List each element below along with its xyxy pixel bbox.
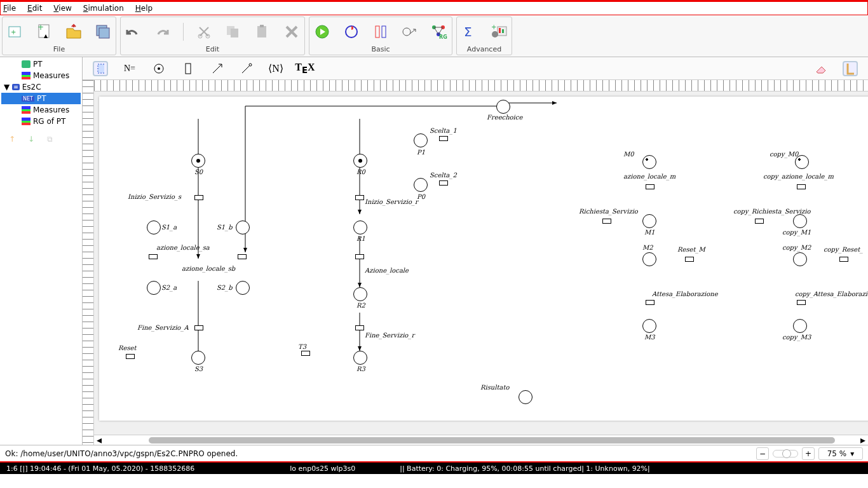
zoom-in-icon[interactable]: + [802, 447, 815, 460]
transition-scelta1[interactable] [439, 136, 448, 141]
arc-tool-icon[interactable] [210, 61, 225, 76]
label-r2: R2 [356, 302, 365, 309]
place-tool-icon[interactable] [151, 61, 166, 76]
place-s1b[interactable] [236, 220, 250, 234]
place-m0[interactable] [642, 155, 656, 169]
transition-rich-serv[interactable] [602, 219, 611, 224]
label-copy-az-m: copy_azione_locale_m [763, 173, 834, 180]
menu-simulation[interactable]: Simulation [83, 4, 124, 13]
zoom-slider[interactable] [773, 450, 798, 458]
transition-az-m[interactable] [646, 184, 654, 189]
transition-inizio-r[interactable] [355, 195, 364, 200]
n-equals-tool[interactable]: N= [122, 61, 137, 76]
menu-file[interactable]: FFileile [3, 4, 16, 13]
place-r2[interactable] [353, 287, 367, 301]
transition-az-locale[interactable] [355, 254, 364, 259]
measure-tool-icon[interactable] [401, 23, 419, 41]
transition-fine-a[interactable] [194, 325, 203, 330]
transition-reset[interactable] [126, 354, 135, 359]
redo-icon[interactable] [154, 23, 172, 41]
move-up-icon[interactable]: ↑ [9, 135, 15, 144]
zoom-out-icon[interactable]: − [756, 447, 769, 460]
save-all-icon[interactable] [94, 23, 112, 41]
place-p0[interactable] [414, 178, 428, 192]
transition-attesa[interactable] [646, 300, 654, 305]
label-s0: S0 [194, 168, 203, 175]
cut-icon[interactable] [195, 23, 213, 41]
new-page-icon[interactable]: + [36, 23, 53, 41]
place-m1[interactable] [642, 214, 656, 228]
svg-rect-30 [186, 64, 191, 74]
place-m2[interactable] [642, 252, 656, 266]
place-s3[interactable] [191, 351, 205, 365]
place-s2a[interactable] [147, 281, 161, 295]
delete-icon[interactable] [283, 23, 301, 41]
play-icon[interactable] [313, 23, 331, 41]
horizontal-scrollbar[interactable]: ◂▸ [94, 435, 868, 445]
place-risultato[interactable] [519, 390, 532, 404]
undo-icon[interactable] [125, 23, 142, 41]
sidebar-item-project[interactable]: ▼≡Es2C [1, 81, 81, 93]
transition-scelta2[interactable] [439, 180, 448, 186]
place-r3[interactable] [353, 351, 367, 365]
advanced-tool-icon[interactable]: + [490, 23, 508, 41]
sidebar-item-pt-1[interactable]: PT [1, 58, 81, 70]
canvas[interactable]: Freechoice Scelta_1 P1 Scelta_2 P0 [94, 92, 868, 435]
transition-az-sb[interactable] [238, 254, 247, 259]
transition-reset-m[interactable] [685, 257, 694, 262]
transition-az-sa[interactable] [149, 254, 158, 259]
place-m3[interactable] [642, 319, 656, 333]
sidebar-item-measures-2[interactable]: Measures [1, 104, 81, 116]
eraser-icon[interactable] [813, 61, 829, 76]
place-r0[interactable] [353, 154, 367, 168]
place-p1[interactable] [414, 133, 428, 147]
sidebar-item-measures-1[interactable]: Measures [1, 70, 81, 81]
svg-rect-15 [382, 26, 386, 37]
transition-tool-icon[interactable] [180, 61, 196, 76]
sidebar-item-pt-2[interactable]: NETPT [1, 93, 81, 104]
menu-view[interactable]: View [53, 4, 71, 13]
copy-page-icon[interactable]: ⧉ [47, 135, 53, 144]
tex-tool[interactable]: TEX [297, 61, 313, 76]
place-s0[interactable] [191, 154, 205, 168]
menu-help[interactable]: Help [135, 4, 153, 13]
sidebar-item-rg[interactable]: RG of PT [1, 116, 81, 127]
angle-n-tool[interactable]: ⟨N⟩ [268, 61, 283, 76]
place-freechoice[interactable] [496, 100, 510, 114]
transition-copy-rich[interactable] [755, 219, 764, 224]
label-az-locale: Azione_locale [365, 267, 409, 274]
workarea: N= ⟨N⟩ TEX [83, 57, 868, 445]
vertical-ruler [83, 80, 94, 445]
token-game-icon[interactable] [342, 23, 360, 41]
transition-copy-az-m[interactable] [797, 184, 806, 189]
transition-inizio-s[interactable] [194, 195, 203, 200]
open-icon[interactable] [65, 23, 83, 41]
place-r1[interactable] [353, 220, 367, 234]
place-copy-m2[interactable] [793, 252, 807, 266]
ruler-toggle-icon[interactable] [843, 61, 858, 76]
copy-icon[interactable] [224, 23, 242, 41]
menu-edit[interactable]: Edit [27, 4, 42, 13]
transition-t3[interactable] [301, 351, 310, 356]
svg-rect-24 [502, 29, 504, 33]
rg-icon[interactable]: RG [430, 23, 448, 41]
unfold-icon[interactable] [372, 23, 390, 41]
place-s1a[interactable] [147, 220, 161, 234]
move-down-icon[interactable]: ↓ [28, 135, 34, 144]
place-copy-m0[interactable] [795, 155, 809, 169]
new-project-icon[interactable]: + [6, 23, 24, 41]
inhibitor-arc-icon[interactable] [239, 61, 254, 76]
place-copy-m1[interactable] [793, 214, 807, 228]
transition-fine-r[interactable] [355, 325, 364, 330]
place-copy-m3[interactable] [793, 319, 807, 333]
select-tool-icon[interactable] [93, 61, 108, 76]
place-s2b[interactable] [236, 281, 250, 295]
sigma-icon[interactable]: Σ [461, 23, 478, 41]
transition-copy-reset[interactable] [839, 257, 848, 262]
zoom-level-dropdown[interactable]: 75 % ▾ [818, 447, 863, 460]
os-right: || Battery: 0: Charging, 95%, 00:08:55 u… [400, 464, 650, 473]
transition-copy-attesa[interactable] [797, 300, 806, 305]
label-inizio-s: Inizio_Servizio_s [128, 193, 181, 200]
paste-icon[interactable] [254, 23, 271, 41]
label-m2: M2 [642, 244, 653, 251]
